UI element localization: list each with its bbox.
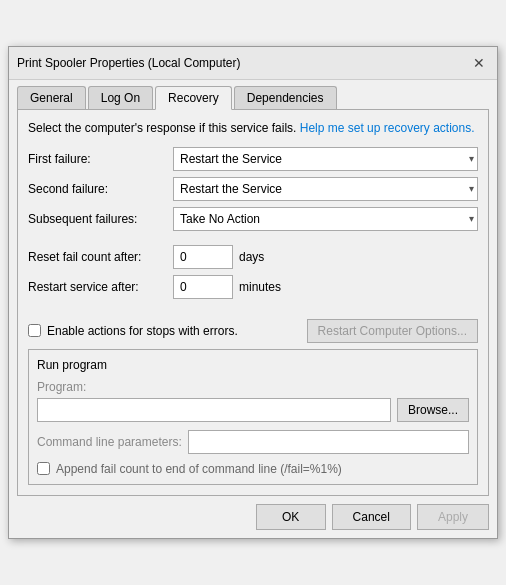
ok-button[interactable]: OK xyxy=(256,504,326,530)
reset-unit-label: days xyxy=(239,250,264,264)
append-fail-count-row: Append fail count to end of command line… xyxy=(37,462,469,476)
second-failure-row: Second failure: Take No Action Restart t… xyxy=(28,177,478,201)
reset-fail-count-input[interactable] xyxy=(173,245,233,269)
subsequent-failure-row: Subsequent failures: Take No Action Rest… xyxy=(28,207,478,231)
dialog-buttons: OK Cancel Apply xyxy=(9,496,497,538)
cmd-params-input[interactable] xyxy=(188,430,469,454)
reset-fail-count-label: Reset fail count after: xyxy=(28,250,173,264)
cmd-params-row: Command line parameters: xyxy=(37,430,469,454)
second-failure-control: Take No Action Restart the Service Run a… xyxy=(173,177,478,201)
second-failure-label: Second failure: xyxy=(28,182,173,196)
first-failure-label: First failure: xyxy=(28,152,173,166)
reset-input-group: days xyxy=(173,245,478,269)
main-window: Print Spooler Properties (Local Computer… xyxy=(8,46,498,539)
append-fail-count-checkbox[interactable] xyxy=(37,462,50,475)
tab-logon[interactable]: Log On xyxy=(88,86,153,109)
restart-service-after-input[interactable] xyxy=(173,275,233,299)
enable-actions-checkbox[interactable] xyxy=(28,324,41,337)
tab-recovery[interactable]: Recovery xyxy=(155,86,232,110)
restart-service-after-label: Restart service after: xyxy=(28,280,173,294)
restart-service-after-control: minutes xyxy=(173,275,478,299)
restart-unit-label: minutes xyxy=(239,280,281,294)
enable-actions-row: Enable actions for stops with errors. Re… xyxy=(28,319,478,343)
first-failure-select[interactable]: Take No Action Restart the Service Run a… xyxy=(173,147,478,171)
close-button[interactable]: ✕ xyxy=(469,53,489,73)
subsequent-failure-select-wrapper: Take No Action Restart the Service Run a… xyxy=(173,207,478,231)
tab-general[interactable]: General xyxy=(17,86,86,109)
run-program-group: Run program Program: Browse... Command l… xyxy=(28,349,478,485)
reset-fail-count-row: Reset fail count after: days xyxy=(28,245,478,269)
program-input[interactable] xyxy=(37,398,391,422)
second-failure-select-wrapper: Take No Action Restart the Service Run a… xyxy=(173,177,478,201)
restart-input-group: minutes xyxy=(173,275,478,299)
first-failure-control: Take No Action Restart the Service Run a… xyxy=(173,147,478,171)
tab-content-recovery: Select the computer's response if this s… xyxy=(17,109,489,496)
title-bar: Print Spooler Properties (Local Computer… xyxy=(9,47,497,80)
first-failure-row: First failure: Take No Action Restart th… xyxy=(28,147,478,171)
description-text: Select the computer's response if this s… xyxy=(28,120,478,137)
reset-fail-count-control: days xyxy=(173,245,478,269)
window-title: Print Spooler Properties (Local Computer… xyxy=(17,56,240,70)
browse-button[interactable]: Browse... xyxy=(397,398,469,422)
restart-service-after-row: Restart service after: minutes xyxy=(28,275,478,299)
subsequent-failure-select[interactable]: Take No Action Restart the Service Run a… xyxy=(173,207,478,231)
subsequent-failure-label: Subsequent failures: xyxy=(28,212,173,226)
second-failure-select[interactable]: Take No Action Restart the Service Run a… xyxy=(173,177,478,201)
append-fail-count-label: Append fail count to end of command line… xyxy=(56,462,342,476)
enable-actions-label: Enable actions for stops with errors. xyxy=(47,324,238,338)
program-input-row: Browse... xyxy=(37,398,469,422)
cancel-button[interactable]: Cancel xyxy=(332,504,411,530)
apply-button[interactable]: Apply xyxy=(417,504,489,530)
subsequent-failure-control: Take No Action Restart the Service Run a… xyxy=(173,207,478,231)
tab-dependencies[interactable]: Dependencies xyxy=(234,86,337,109)
tab-bar: General Log On Recovery Dependencies xyxy=(9,80,497,109)
cmd-params-label: Command line parameters: xyxy=(37,435,182,449)
help-link[interactable]: Help me set up recovery actions. xyxy=(300,121,475,135)
first-failure-select-wrapper: Take No Action Restart the Service Run a… xyxy=(173,147,478,171)
run-program-title: Run program xyxy=(37,358,469,372)
restart-computer-options-button[interactable]: Restart Computer Options... xyxy=(307,319,478,343)
program-field-label: Program: xyxy=(37,380,469,394)
